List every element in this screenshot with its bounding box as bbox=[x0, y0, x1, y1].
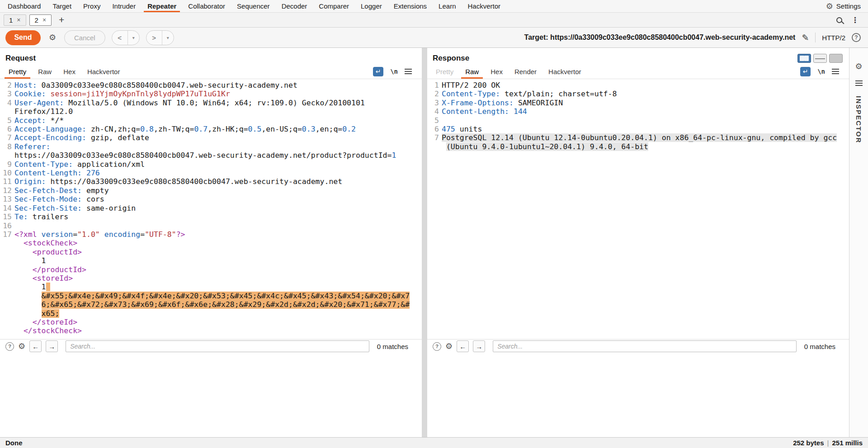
response-search-bar: ? ⚙ ← → 0 matches bbox=[427, 339, 849, 353]
request-tab-raw[interactable]: Raw bbox=[32, 64, 57, 79]
code-segment: Origin: bbox=[14, 177, 46, 186]
request-search-bar: ? ⚙ ← → 0 matches bbox=[0, 339, 422, 353]
repeater-tab-2[interactable]: 2 × bbox=[29, 14, 52, 26]
search-settings-icon[interactable]: ⚙ bbox=[18, 342, 25, 350]
code-text: Host: 0a33009c033ee9c080c8580400cb0047.w… bbox=[14, 81, 297, 90]
code-text: Sec-Fetch-Mode: cors bbox=[14, 195, 104, 203]
previous-match-button[interactable]: ← bbox=[457, 340, 469, 352]
layout-single-button[interactable] bbox=[829, 54, 843, 63]
search-settings-icon[interactable]: ⚙ bbox=[445, 342, 453, 350]
response-tab-hex[interactable]: Hex bbox=[485, 64, 509, 79]
request-tab-hex[interactable]: Hex bbox=[57, 64, 81, 79]
layout-columns-button[interactable] bbox=[797, 54, 811, 63]
chevron-down-icon[interactable]: ▾ bbox=[128, 31, 139, 45]
show-newlines-icon[interactable]: \n bbox=[390, 68, 398, 75]
request-tab-hackvertor[interactable]: Hackvertor bbox=[81, 64, 126, 79]
response-code: 1HTTP/2 200 OK2Content-Type: text/plain;… bbox=[427, 81, 849, 151]
layout-rows-button[interactable] bbox=[813, 54, 827, 63]
editor-menu-icon[interactable] bbox=[405, 69, 412, 74]
inspector-rail[interactable]: ⚙ INSPECTOR bbox=[849, 48, 868, 437]
menu-item-proxy[interactable]: Proxy bbox=[77, 0, 106, 12]
menu-item-comparer[interactable]: Comparer bbox=[313, 0, 355, 12]
code-line: 17<?xml version="1.0" encoding="UTF-8"?> bbox=[0, 230, 422, 239]
code-line: 7PostgreSQL 12.14 (Ubuntu 12.14-0ubuntu0… bbox=[427, 133, 849, 142]
search-help-icon[interactable]: ? bbox=[433, 342, 441, 351]
menu-item-sequencer[interactable]: Sequencer bbox=[231, 0, 276, 12]
code-text: Accept-Language: zh-CN,zh;q=0.8,zh-TW;q=… bbox=[14, 125, 356, 133]
response-tab-render[interactable]: Render bbox=[509, 64, 542, 79]
code-segment bbox=[14, 239, 24, 247]
menu-item-learn[interactable]: Learn bbox=[433, 0, 462, 12]
code-segment: <productId> bbox=[33, 248, 82, 256]
forward-icon[interactable]: > bbox=[146, 31, 162, 45]
inspector-label[interactable]: INSPECTOR bbox=[855, 96, 863, 143]
code-segment bbox=[442, 142, 446, 151]
inspector-expand-icon[interactable] bbox=[855, 80, 863, 86]
panel-divider[interactable] bbox=[422, 48, 427, 437]
response-editor[interactable]: 1HTTP/2 200 OK2Content-Type: text/plain;… bbox=[427, 79, 849, 339]
repeater-tab-1[interactable]: 1 × bbox=[4, 14, 26, 26]
request-panel: Request Pretty Raw Hex Hackvertor ↵ \n 2… bbox=[0, 48, 422, 437]
cancel-button[interactable]: Cancel bbox=[64, 30, 105, 45]
word-wrap-icon[interactable]: ↵ bbox=[373, 67, 383, 76]
menu-item-hackvertor[interactable]: Hackvertor bbox=[462, 0, 506, 12]
line-number: 5 bbox=[0, 116, 12, 125]
request-search-input[interactable] bbox=[66, 340, 369, 352]
response-search-input[interactable] bbox=[493, 340, 797, 352]
code-segment: Accept-Encoding: bbox=[14, 133, 86, 142]
line-number bbox=[427, 142, 439, 151]
code-text: </productId> bbox=[14, 265, 86, 274]
code-text: User-Agent: Mozilla/5.0 (Windows NT 10.0… bbox=[14, 99, 365, 107]
previous-match-button[interactable]: ← bbox=[29, 340, 42, 352]
menu-item-target[interactable]: Target bbox=[47, 0, 77, 12]
code-text: HTTP/2 200 OK bbox=[442, 81, 500, 90]
edit-target-icon[interactable]: ✎ bbox=[802, 33, 809, 43]
response-tab-hackvertor[interactable]: Hackvertor bbox=[542, 64, 587, 79]
history-back-button[interactable]: < ▾ bbox=[112, 30, 140, 45]
menu-item-decoder[interactable]: Decoder bbox=[276, 0, 313, 12]
code-segment: Content-Type: bbox=[442, 90, 500, 98]
code-text: Content-Length: 144 bbox=[442, 107, 527, 116]
close-icon[interactable]: × bbox=[17, 17, 20, 23]
code-line: 9Content-Type: application/xml bbox=[0, 160, 422, 169]
history-forward-button[interactable]: > ▾ bbox=[146, 30, 174, 45]
search-help-icon[interactable]: ? bbox=[5, 342, 14, 351]
chevron-down-icon[interactable]: ▾ bbox=[162, 31, 174, 45]
code-line: </productId> bbox=[0, 265, 422, 274]
back-icon[interactable]: < bbox=[112, 31, 128, 45]
code-segment: 276 bbox=[86, 169, 100, 177]
code-segment: */* bbox=[46, 116, 64, 125]
code-text: &#x55;&#x4e;&#x49;&#x4f;&#x4e;&#x20;&#x5… bbox=[14, 292, 410, 300]
close-icon[interactable]: × bbox=[42, 17, 46, 23]
request-editor[interactable]: 2Host: 0a33009c033ee9c080c8580400cb0047.… bbox=[0, 79, 422, 339]
inspector-settings-icon[interactable]: ⚙ bbox=[855, 62, 862, 71]
word-wrap-icon[interactable]: ↵ bbox=[800, 67, 811, 76]
code-line: 12Sec-Fetch-Dest: empty bbox=[0, 186, 422, 195]
menu-item-dashboard[interactable]: Dashboard bbox=[2, 0, 47, 12]
editor-menu-icon[interactable] bbox=[832, 69, 839, 74]
menu-item-intruder[interactable]: Intruder bbox=[106, 0, 142, 12]
code-segment bbox=[82, 169, 86, 177]
menu-item-repeater[interactable]: Repeater bbox=[142, 0, 182, 12]
more-options-icon[interactable]: ⋮ bbox=[851, 15, 859, 25]
send-settings-button[interactable]: ⚙ bbox=[45, 30, 60, 45]
response-tab-pretty[interactable]: Pretty bbox=[430, 64, 459, 79]
menu-item-collaborator[interactable]: Collaborator bbox=[182, 0, 231, 12]
menu-item-logger[interactable]: Logger bbox=[355, 0, 388, 12]
line-number: 7 bbox=[427, 133, 439, 142]
next-match-button[interactable]: → bbox=[473, 340, 485, 352]
search-icon[interactable] bbox=[836, 17, 842, 23]
send-button[interactable]: Send bbox=[5, 30, 41, 45]
show-newlines-icon[interactable]: \n bbox=[817, 68, 825, 75]
target-bar: Target: https://0a33009c033ee9c080c85804… bbox=[524, 33, 863, 43]
settings-button[interactable]: ⚙ Settings bbox=[826, 0, 868, 12]
next-match-button[interactable]: → bbox=[46, 340, 58, 352]
line-number: 4 bbox=[427, 107, 439, 116]
line-number: 3 bbox=[0, 90, 12, 98]
help-icon[interactable]: ? bbox=[852, 33, 861, 42]
request-tab-pretty[interactable]: Pretty bbox=[3, 64, 32, 79]
response-tab-raw[interactable]: Raw bbox=[459, 64, 485, 79]
add-tab-button[interactable]: + bbox=[55, 14, 68, 25]
code-line: 10Content-Length: 276 bbox=[0, 169, 422, 177]
menu-item-extensions[interactable]: Extensions bbox=[388, 0, 433, 12]
